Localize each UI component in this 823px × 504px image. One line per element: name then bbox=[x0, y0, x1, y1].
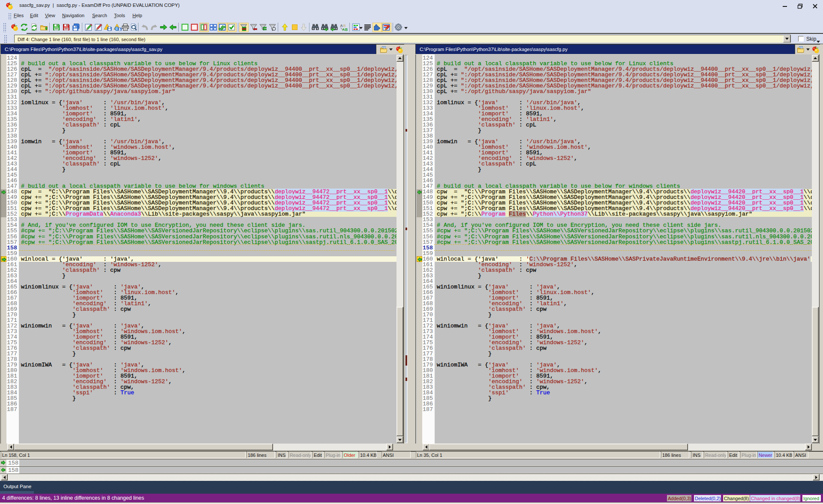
svg-text:B: B bbox=[345, 27, 348, 31]
svg-text:B: B bbox=[343, 24, 346, 28]
svg-text:A: A bbox=[340, 24, 343, 28]
svg-text:A: A bbox=[342, 27, 345, 31]
